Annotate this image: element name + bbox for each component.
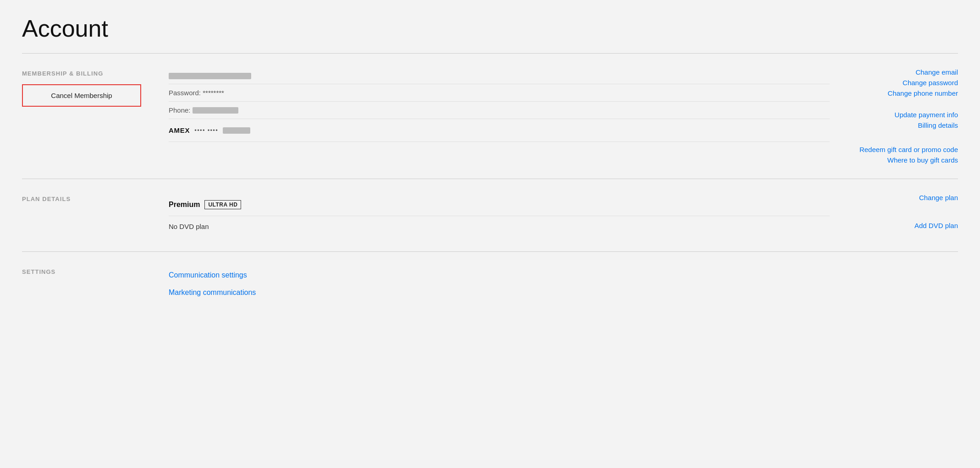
membership-center-col: Password: ******** Phone: AMEX •••• •••• [169, 68, 830, 164]
phone-label: Phone: [169, 106, 191, 114]
billing-details-link[interactable]: Billing details [918, 121, 958, 129]
premium-plan-row: Premium ULTRA HD [169, 194, 830, 216]
change-phone-link[interactable]: Change phone number [888, 89, 958, 97]
add-dvd-plan-link[interactable]: Add DVD plan [914, 222, 958, 229]
email-row [169, 68, 830, 84]
dvd-label: No DVD plan [169, 223, 209, 230]
marketing-communications-link[interactable]: Marketing communications [169, 284, 830, 301]
plan-name: Premium [169, 201, 200, 209]
where-gift-link[interactable]: Where to buy gift cards [887, 156, 958, 164]
change-email-link[interactable]: Change email [915, 68, 958, 76]
ultra-hd-badge: ULTRA HD [204, 200, 241, 209]
amex-label: AMEX [169, 126, 190, 134]
phone-blurred [193, 107, 238, 114]
amex-number-blurred [223, 127, 250, 134]
communication-settings-link[interactable]: Communication settings [169, 267, 830, 284]
settings-content: Communication settings Marketing communi… [169, 267, 830, 301]
password-label: Password: [169, 89, 201, 97]
membership-left-col: MEMBERSHIP & BILLING Cancel Membership [22, 68, 169, 164]
membership-right-col: Change email Change password Change phon… [830, 68, 958, 164]
gift-card-spacer [169, 142, 830, 157]
membership-section-label: MEMBERSHIP & BILLING [22, 68, 169, 77]
plan-details-section: PLAN DETAILS Premium ULTRA HD No DVD pla… [22, 179, 958, 252]
settings-section: SETTINGS Communication settings Marketin… [22, 252, 958, 316]
redeem-gift-link[interactable]: Redeem gift card or promo code [859, 146, 958, 153]
email-blurred [169, 73, 251, 79]
membership-billing-section: MEMBERSHIP & BILLING Cancel Membership P… [22, 54, 958, 179]
plan-content: Premium ULTRA HD No DVD plan [169, 194, 830, 237]
settings-actions [830, 267, 958, 301]
page-title: Account [22, 15, 958, 42]
change-password-link[interactable]: Change password [903, 79, 958, 87]
plan-actions: Change plan Add DVD plan [830, 194, 958, 237]
update-payment-link[interactable]: Update payment info [895, 111, 958, 119]
password-row: Password: ******** [169, 84, 830, 102]
plan-section-label: PLAN DETAILS [22, 194, 169, 237]
amex-dots: •••• •••• [194, 127, 218, 134]
password-value: ******** [203, 89, 224, 97]
amex-row: AMEX •••• •••• [169, 119, 830, 142]
dvd-plan-row: No DVD plan [169, 216, 830, 237]
phone-row: Phone: [169, 102, 830, 119]
settings-section-label: SETTINGS [22, 267, 169, 301]
change-plan-link[interactable]: Change plan [919, 194, 958, 201]
cancel-membership-button[interactable]: Cancel Membership [22, 84, 141, 107]
